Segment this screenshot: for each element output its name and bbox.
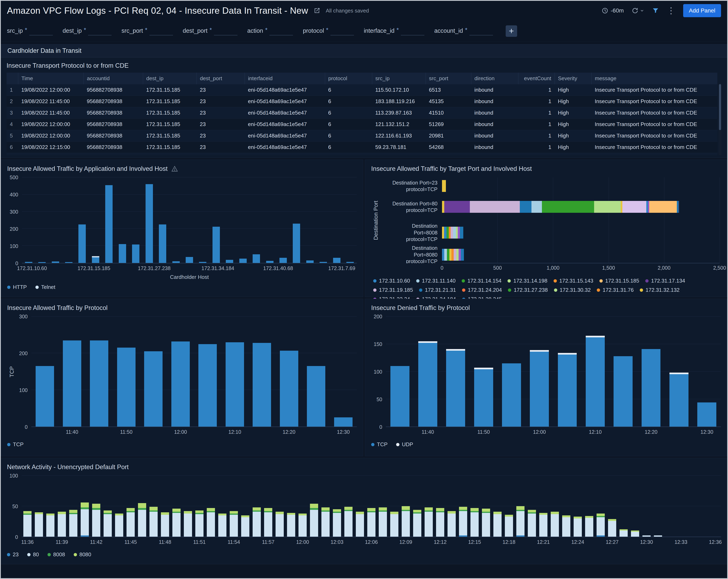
bar[interactable] bbox=[276, 476, 284, 536]
bar[interactable] bbox=[212, 177, 220, 263]
bar[interactable] bbox=[226, 177, 233, 263]
legend-item[interactable]: HTTP bbox=[7, 284, 27, 290]
bar[interactable] bbox=[390, 476, 398, 536]
legend-item[interactable]: 172.31.31.76 bbox=[597, 287, 633, 293]
bar[interactable] bbox=[643, 476, 651, 536]
bar[interactable] bbox=[241, 476, 249, 536]
bar[interactable] bbox=[447, 476, 456, 536]
add-panel-button[interactable]: Add Panel bbox=[683, 4, 721, 17]
bar[interactable] bbox=[171, 316, 190, 426]
legend-item[interactable]: TCP bbox=[371, 441, 388, 448]
bar[interactable] bbox=[90, 316, 108, 426]
bar[interactable] bbox=[280, 177, 287, 263]
bar[interactable] bbox=[654, 476, 662, 536]
bar[interactable] bbox=[631, 476, 639, 536]
bar[interactable] bbox=[528, 476, 536, 536]
filter-input-protocol[interactable] bbox=[331, 27, 354, 35]
bar[interactable] bbox=[418, 316, 437, 426]
legend-item[interactable]: 172.31.17.134 bbox=[645, 278, 685, 284]
bar[interactable] bbox=[287, 476, 295, 536]
column-header-eventCount[interactable]: eventCount bbox=[518, 73, 554, 84]
bar[interactable] bbox=[253, 316, 271, 426]
legend-item[interactable]: 80 bbox=[27, 551, 39, 558]
bar[interactable] bbox=[319, 177, 327, 263]
legend-item[interactable]: 172.31.14.154 bbox=[462, 278, 501, 284]
bar[interactable] bbox=[356, 476, 364, 536]
bar[interactable] bbox=[436, 476, 444, 536]
bar[interactable] bbox=[516, 476, 524, 536]
legend-item[interactable]: 172.31.34.184 bbox=[416, 296, 456, 299]
bar[interactable] bbox=[23, 476, 31, 536]
stacked-bar[interactable] bbox=[442, 249, 720, 261]
bar[interactable] bbox=[298, 476, 307, 536]
bar[interactable] bbox=[390, 316, 410, 426]
legend-item[interactable]: 172.31.30.32 bbox=[554, 287, 591, 293]
bar[interactable] bbox=[199, 177, 206, 263]
bar[interactable] bbox=[379, 476, 387, 536]
bar[interactable] bbox=[333, 476, 341, 536]
bar[interactable] bbox=[697, 316, 716, 426]
bar[interactable] bbox=[127, 476, 135, 536]
bar[interactable] bbox=[173, 177, 180, 263]
bar[interactable] bbox=[159, 177, 166, 263]
legend-item[interactable]: 172.31.32.24 bbox=[373, 296, 410, 299]
bar[interactable] bbox=[446, 316, 465, 426]
bar[interactable] bbox=[597, 476, 605, 536]
bar[interactable] bbox=[161, 476, 169, 536]
bar[interactable] bbox=[35, 476, 43, 536]
bar[interactable] bbox=[346, 177, 354, 263]
edit-title-icon[interactable] bbox=[313, 7, 320, 14]
bar[interactable] bbox=[280, 316, 298, 426]
kebab-menu-icon[interactable]: ⋮ bbox=[667, 6, 675, 15]
bar[interactable] bbox=[470, 476, 479, 536]
bar[interactable] bbox=[115, 476, 123, 536]
bar[interactable] bbox=[608, 476, 616, 536]
legend-item[interactable]: 172.31.10.60 bbox=[373, 278, 410, 284]
bar[interactable] bbox=[239, 177, 247, 263]
refresh-button[interactable] bbox=[631, 7, 644, 14]
bar[interactable] bbox=[574, 476, 582, 536]
bar[interactable] bbox=[25, 177, 32, 263]
legend-item[interactable]: 8080 bbox=[74, 551, 91, 558]
bar[interactable] bbox=[505, 476, 513, 536]
bar[interactable] bbox=[367, 476, 375, 536]
stacked-bar[interactable] bbox=[442, 201, 720, 213]
table-row[interactable]: 119/08/2022 12:00:00956882708938172.31.1… bbox=[6, 84, 717, 96]
bar[interactable] bbox=[585, 476, 593, 536]
bar[interactable] bbox=[253, 476, 261, 536]
legend-item[interactable]: 172.31.19.185 bbox=[373, 287, 413, 293]
legend-item[interactable]: 8008 bbox=[48, 551, 65, 558]
bar[interactable] bbox=[146, 177, 153, 263]
legend-item[interactable]: 172.31.11.140 bbox=[416, 278, 456, 284]
bar[interactable] bbox=[58, 476, 66, 536]
filter-input-account_id[interactable] bbox=[469, 27, 493, 35]
legend-item[interactable]: 172.31.15.185 bbox=[599, 278, 639, 284]
filter-input-src_ip[interactable] bbox=[29, 27, 53, 35]
column-header-src_port[interactable]: src_port bbox=[425, 73, 471, 84]
bar[interactable] bbox=[266, 177, 274, 263]
bar[interactable] bbox=[642, 316, 661, 426]
bar[interactable] bbox=[46, 476, 54, 536]
legend-item[interactable]: 172.31.24.204 bbox=[462, 287, 502, 293]
bar[interactable] bbox=[92, 177, 99, 263]
bar[interactable] bbox=[52, 177, 59, 263]
bar[interactable] bbox=[186, 177, 193, 263]
bar[interactable] bbox=[306, 177, 314, 263]
bar[interactable] bbox=[586, 316, 605, 426]
bar[interactable] bbox=[493, 476, 501, 536]
bar[interactable] bbox=[539, 476, 547, 536]
bar[interactable] bbox=[307, 316, 325, 426]
bar[interactable] bbox=[551, 476, 559, 536]
stacked-bar[interactable] bbox=[442, 180, 720, 192]
stacked-bar[interactable] bbox=[442, 227, 720, 239]
bar[interactable] bbox=[333, 177, 340, 263]
bar[interactable] bbox=[670, 316, 688, 426]
column-header-interfaceid[interactable]: interfaceid bbox=[245, 73, 325, 84]
bar[interactable] bbox=[150, 476, 158, 536]
legend-item[interactable]: 172.31.38.245 bbox=[462, 296, 502, 299]
bar[interactable] bbox=[502, 316, 521, 426]
bar[interactable] bbox=[459, 476, 467, 536]
legend-item[interactable]: 172.31.32.132 bbox=[640, 287, 679, 293]
filter-input-dest_ip[interactable] bbox=[88, 27, 111, 35]
legend-item[interactable]: 23 bbox=[7, 551, 19, 558]
